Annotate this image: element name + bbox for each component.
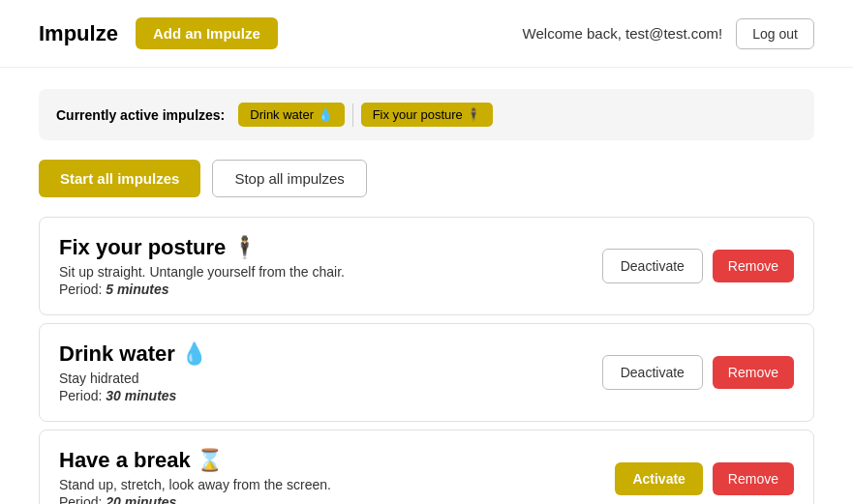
- remove-button-1[interactable]: Remove: [713, 356, 794, 389]
- card-period-value-2: 20 minutes: [106, 494, 176, 504]
- card-period-label-1: Period:: [59, 388, 102, 403]
- deactivate-button-0[interactable]: Deactivate: [602, 249, 703, 283]
- active-tag-1[interactable]: Fix your posture 🕴: [361, 103, 494, 127]
- card-info-2: Have a break ⌛ Stand up, stretch, look a…: [59, 448, 331, 504]
- card-desc-2: Stand up, stretch, look away from the sc…: [59, 477, 331, 492]
- card-title-0: Fix your posture 🕴: [59, 235, 345, 260]
- card-title-2: Have a break ⌛: [59, 448, 331, 473]
- active-label: Currently active impulzes:: [56, 107, 225, 123]
- card-period-label-0: Period:: [59, 282, 102, 297]
- card-period-value-0: 5 minutes: [106, 282, 168, 297]
- active-tags-divider: [352, 104, 353, 127]
- card-actions-0: Deactivate Remove: [602, 249, 794, 283]
- card-drink-water: Drink water 💧 Stay hidrated Period: 30 m…: [39, 323, 814, 422]
- deactivate-button-1[interactable]: Deactivate: [602, 355, 703, 390]
- remove-button-2[interactable]: Remove: [713, 462, 794, 495]
- card-period-value-1: 30 minutes: [106, 388, 176, 403]
- card-period-2: Period: 20 minutes: [59, 494, 331, 504]
- logout-button[interactable]: Log out: [736, 18, 814, 49]
- card-info-0: Fix your posture 🕴 Sit up straight. Unta…: [59, 235, 345, 297]
- card-period-label-2: Period:: [59, 494, 102, 504]
- header: Impulze Add an Impulze Welcome back, tes…: [0, 0, 853, 68]
- card-have-break: Have a break ⌛ Stand up, stretch, look a…: [39, 430, 814, 504]
- activate-button-2[interactable]: Activate: [615, 462, 702, 495]
- card-period-1: Period: 30 minutes: [59, 388, 207, 403]
- welcome-text: Welcome back, test@test.com!: [523, 25, 723, 42]
- active-tag-0[interactable]: Drink water 💧: [238, 103, 344, 127]
- card-desc-1: Stay hidrated: [59, 371, 207, 386]
- header-left: Impulze Add an Impulze: [39, 17, 278, 49]
- app-title: Impulze: [39, 21, 118, 46]
- active-impulzes-bar: Currently active impulzes: Drink water 💧…: [39, 89, 814, 140]
- add-impulze-button[interactable]: Add an Impulze: [136, 17, 278, 49]
- header-right: Welcome back, test@test.com! Log out: [523, 18, 814, 49]
- card-title-1: Drink water 💧: [59, 341, 207, 367]
- stop-all-button[interactable]: Stop all impulzes: [212, 160, 366, 197]
- start-all-button[interactable]: Start all impulzes: [39, 160, 200, 197]
- card-actions-1: Deactivate Remove: [602, 355, 794, 390]
- card-fix-posture: Fix your posture 🕴 Sit up straight. Unta…: [39, 217, 814, 315]
- card-info-1: Drink water 💧 Stay hidrated Period: 30 m…: [59, 341, 207, 403]
- active-tags: Drink water 💧 Fix your posture 🕴: [238, 103, 493, 127]
- card-desc-0: Sit up straight. Untangle yourself from …: [59, 264, 345, 280]
- card-actions-2: Activate Remove: [615, 462, 794, 495]
- card-period-0: Period: 5 minutes: [59, 282, 345, 297]
- controls: Start all impulzes Stop all impulzes: [39, 160, 814, 197]
- cards-list: Fix your posture 🕴 Sit up straight. Unta…: [39, 217, 814, 504]
- remove-button-0[interactable]: Remove: [713, 250, 794, 282]
